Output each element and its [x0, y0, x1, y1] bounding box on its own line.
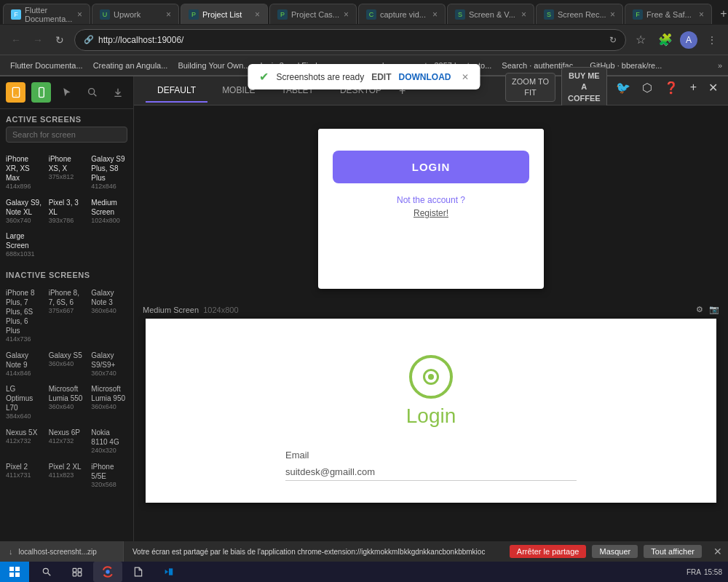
forward-button[interactable]: →	[28, 30, 48, 50]
github-icon[interactable]: ⬡	[639, 78, 655, 97]
device-item-nokia8110[interactable]: Nokia 8110 4G240x320	[88, 425, 130, 458]
tab-screenv[interactable]: S Screen & V... ×	[447, 4, 534, 24]
taskbar-file-icon[interactable]	[124, 562, 153, 582]
device-item-lumia550[interactable]: Microsoft Lumia 550360x640	[46, 381, 88, 424]
mobile-icon[interactable]	[31, 82, 51, 103]
device-item-galaxy-s9plus[interactable]: Galaxy S9 Plus, S8 Plus412x846	[88, 151, 130, 194]
large-preview-label: Medium Screen 1024x800 ⚙ 📷	[134, 300, 728, 319]
tab-flutter[interactable]: F Flutter Documenta... ×	[3, 4, 90, 24]
hide-button[interactable]: Masquer	[592, 545, 638, 558]
device-item-iphone8plus[interactable]: iPhone 8 Plus, 7 Plus, 6S Plus, 6 Plus41…	[3, 285, 45, 347]
device-item-lumia950[interactable]: Microsoft Lumia 950360x640	[88, 381, 130, 424]
more-options-icon[interactable]: ⋮	[702, 30, 722, 50]
device-item-galaxy-s9[interactable]: Galaxy S9, Note XL360x740	[3, 195, 45, 228]
profile-icon[interactable]: A	[680, 31, 697, 49]
tab-close-upwork[interactable]: ×	[166, 9, 171, 20]
stop-sharing-button[interactable]: Arrêter le partage	[510, 545, 587, 558]
device-item-iphone-xr[interactable]: iPhone XR, XS Max414x896	[3, 151, 45, 194]
tab-capturevid[interactable]: C capture vid... ×	[358, 4, 446, 24]
buy-coffee-button[interactable]: BUY ME A COFFEE	[561, 67, 607, 108]
device-item-galaxy-s5[interactable]: Galaxy S5360x640	[46, 348, 88, 381]
url-refresh-icon[interactable]: ↻	[609, 35, 617, 45]
url-bar[interactable]: 🔗 http://localhost:19006/ ↻	[74, 29, 626, 51]
back-button[interactable]: ←	[6, 30, 26, 50]
svg-point-15	[106, 570, 109, 573]
bookmark-angular[interactable]: Creating an Angula...	[89, 60, 173, 71]
tab-projectcas[interactable]: P Project Cas... ×	[269, 4, 357, 24]
device-item-nexus5x[interactable]: Nexus 5X412x732	[3, 425, 45, 458]
close-panel-icon[interactable]: ✕	[705, 78, 721, 97]
active-device-grid: iPhone XR, XS Max414x896 iPhone XS, X375…	[0, 148, 133, 265]
add-icon[interactable]: +	[687, 78, 700, 97]
tab-projectlist[interactable]: P Project List ×	[181, 4, 268, 24]
tab-close-flutter[interactable]: ×	[77, 9, 82, 20]
taskbar-vscode-icon[interactable]	[154, 562, 183, 582]
bookmark-star-icon[interactable]: ☆	[630, 30, 651, 50]
device-item-pixel2xl[interactable]: Pixel 2 XL411x823	[46, 459, 88, 493]
device-item-iphone-xs[interactable]: iPhone XS, X375x812	[46, 151, 88, 194]
extension-icon[interactable]: 🧩	[655, 30, 676, 50]
device-item-pixel3[interactable]: Pixel 3, 3 XL393x786	[46, 195, 88, 228]
download-sidebar-icon[interactable]	[108, 82, 127, 103]
address-bar: ← → ↻ 🔗 http://localhost:19006/ ↻ ☆ 🧩 A …	[0, 25, 728, 55]
tab-favicon-flutter: F	[11, 9, 21, 20]
svg-point-9	[43, 568, 48, 573]
bookmark-building-label: Building Your Own...	[178, 61, 250, 70]
search-screen-input[interactable]	[12, 130, 121, 139]
tab-close-capturevid[interactable]: ×	[432, 9, 438, 20]
register-link[interactable]: Register!	[414, 208, 448, 218]
taskbar-taskview-icon[interactable]	[63, 562, 92, 582]
tab-upwork[interactable]: U Upwork ×	[92, 4, 179, 24]
settings-icon[interactable]: ⚙	[696, 305, 703, 314]
taskbar-chrome-icon[interactable]	[93, 562, 122, 582]
search-sidebar-icon[interactable]	[82, 82, 102, 103]
help-icon[interactable]: ❓	[661, 78, 681, 97]
taskbar-search-icon[interactable]	[32, 562, 61, 582]
screenshot-icon[interactable]: 📷	[709, 305, 719, 314]
bookmark-building[interactable]: Building Your Own...	[173, 60, 254, 71]
device-item-pixel2[interactable]: Pixel 2411x731	[3, 459, 45, 493]
device-item-galaxy-note3[interactable]: Galaxy Note 3360x640	[88, 285, 130, 347]
main-area: ACTIVE SCREENS iPhone XR, XS Max414x896 …	[0, 76, 728, 562]
tab-label-projectlist: Project List	[202, 10, 242, 19]
tab-default[interactable]: DEFAULT	[146, 79, 207, 103]
device-item-iphone8[interactable]: iPhone 8, 7, 6S, 6375x667	[46, 285, 88, 347]
cursor-icon[interactable]	[57, 82, 76, 103]
show-all-button[interactable]: Tout afficher	[644, 545, 702, 558]
tab-close-freesafe[interactable]: ×	[699, 9, 704, 20]
notification-edit-button[interactable]: EDIT	[371, 72, 391, 82]
nav-arrows: ← → ↻	[6, 30, 70, 50]
sharing-text: Votre écran est partagé par le biais de …	[132, 548, 485, 556]
inactive-screens-title: INACTIVE SCREENS	[0, 265, 133, 282]
device-icon[interactable]	[6, 82, 25, 103]
active-screens-title: ACTIVE SCREENS	[0, 109, 133, 127]
notification-close-button[interactable]: ✕	[462, 72, 469, 82]
notification-text: Screenshots are ready	[276, 72, 364, 82]
device-item-nexus6p[interactable]: Nexus 6P412x732	[46, 425, 88, 458]
twitter-icon[interactable]: 🐦	[613, 78, 633, 97]
device-item-lg-optimus[interactable]: LG Optimus L70384x640	[3, 381, 45, 424]
device-item-medium[interactable]: Medium Screen1024x800	[88, 195, 130, 228]
tab-freesafe[interactable]: F Free & Saf... ×	[625, 4, 712, 24]
tab-screenrec[interactable]: S Screen Rec... ×	[536, 4, 623, 24]
sharing-text-wrapper: Votre écran est partagé par le biais de …	[124, 548, 510, 556]
not-account-text[interactable]: Not the account ?	[397, 195, 465, 205]
reload-button[interactable]: ↻	[50, 30, 70, 50]
lang-indicator: FRA	[687, 568, 701, 576]
notification-download-button[interactable]: DOWNLOAD	[399, 72, 451, 82]
email-input[interactable]	[285, 463, 577, 481]
tab-close-projectcas[interactable]: ×	[344, 9, 349, 20]
close-sharing-bar-button[interactable]: ✕	[708, 546, 728, 557]
zoom-to-fit-button[interactable]: ZOOM TO FIT	[505, 73, 555, 103]
tab-close-projectlist[interactable]: ×	[255, 9, 260, 20]
tab-close-screenv[interactable]: ×	[521, 9, 526, 20]
bookmark-flutter[interactable]: Flutter Documenta...	[6, 60, 87, 71]
device-item-galaxy-note9[interactable]: Galaxy Note 9414x846	[3, 348, 45, 381]
device-item-iphone5[interactable]: iPhone 5/5E320x568	[88, 459, 130, 493]
tab-close-screenrec[interactable]: ×	[610, 9, 615, 20]
device-item-large[interactable]: Large Screen688x1031	[3, 228, 45, 262]
device-item-galaxy-s9s9p[interactable]: Galaxy S9/S9+360x740	[88, 348, 130, 381]
new-tab-button[interactable]: +	[713, 4, 728, 24]
windows-start-button[interactable]	[0, 562, 29, 582]
login-button[interactable]: LOGIN	[333, 151, 529, 183]
